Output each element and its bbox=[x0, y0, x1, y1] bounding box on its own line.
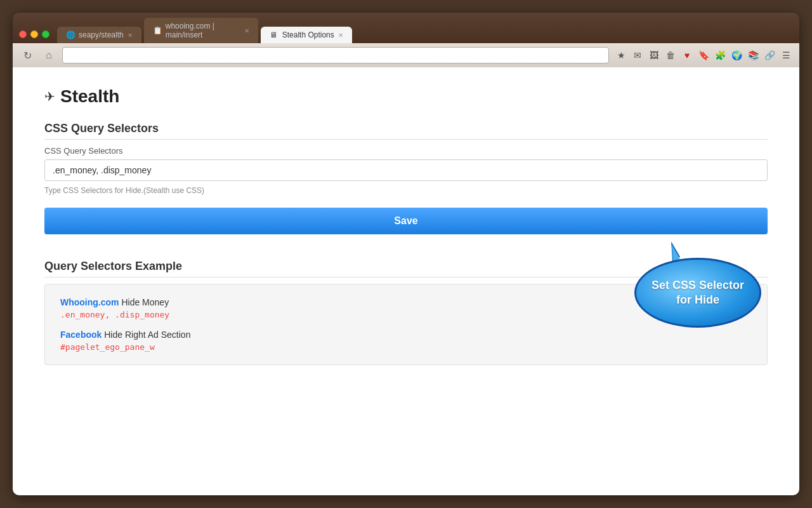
page-content: ✈ Stealth CSS Query Selectors CSS Query … bbox=[13, 67, 799, 495]
toolbar: ↻ ⌂ ★ ✉ 🖼 🗑 ♥ 🔖 🧩 🌍 📚 🔗 ☰ bbox=[13, 43, 799, 67]
reload-button[interactable]: ↻ bbox=[19, 47, 36, 64]
tab-close-1[interactable]: ✕ bbox=[128, 32, 133, 39]
facebook-link[interactable]: Facebook bbox=[60, 330, 102, 340]
tab-icon-1: 🌐 bbox=[66, 30, 75, 39]
page-title: ✈ Stealth bbox=[44, 86, 768, 107]
star-icon[interactable]: ★ bbox=[614, 48, 628, 62]
home-button[interactable]: ⌂ bbox=[41, 47, 57, 64]
tab-label-1: seapy/stealth bbox=[79, 30, 124, 39]
tab-icon-2: 📋 bbox=[153, 26, 162, 35]
page-heading: Stealth bbox=[60, 86, 119, 107]
mail-icon[interactable]: ✉ bbox=[631, 48, 645, 62]
layers-icon[interactable]: 📚 bbox=[746, 48, 760, 62]
heart-icon[interactable]: ♥ bbox=[680, 48, 694, 62]
toolbar-icons: ★ ✉ 🖼 🗑 ♥ 🔖 🧩 🌍 📚 🔗 ☰ bbox=[614, 48, 793, 62]
bubble-text: Set CSS Selector for Hide bbox=[652, 278, 744, 308]
tab-whooing[interactable]: 📋 whooing.com | main/insert ✕ bbox=[144, 18, 258, 43]
minimize-button[interactable] bbox=[30, 30, 38, 38]
css-selectors-section: CSS Query Selectors CSS Query Selectors … bbox=[44, 122, 768, 253]
tab-seapy-stealth[interactable]: 🌐 seapy/stealth ✕ bbox=[57, 27, 141, 43]
address-bar[interactable] bbox=[62, 47, 609, 64]
photo-icon[interactable]: 🖼 bbox=[647, 48, 661, 62]
link-icon[interactable]: 🔗 bbox=[763, 48, 776, 62]
tab-icon-3: 🖥 bbox=[270, 30, 278, 39]
hint-text: Type CSS Selectors for Hide.(Stealth use… bbox=[44, 186, 768, 195]
maximize-button[interactable] bbox=[42, 30, 49, 38]
window-controls bbox=[19, 30, 49, 43]
whooing-description: Hide Money bbox=[121, 297, 169, 307]
bookmark-icon[interactable]: 🔖 bbox=[697, 48, 710, 62]
whooing-link[interactable]: Whooing.com bbox=[60, 297, 119, 307]
translate-icon[interactable]: 🌍 bbox=[730, 48, 743, 62]
tab-close-2[interactable]: ✕ bbox=[244, 27, 249, 34]
facebook-description: Hide Right Ad Section bbox=[104, 330, 190, 340]
tab-close-3[interactable]: ✕ bbox=[338, 32, 343, 39]
save-button[interactable]: Save bbox=[44, 208, 768, 234]
tooltip-bubble: Set CSS Selector for Hide bbox=[634, 251, 761, 334]
tab-label-3: Stealth Options bbox=[282, 30, 334, 39]
css-selector-input[interactable] bbox=[44, 159, 768, 181]
bubble-ellipse: Set CSS Selector for Hide bbox=[634, 258, 761, 328]
stealth-icon: ✈ bbox=[44, 89, 55, 104]
menu-icon[interactable]: ☰ bbox=[779, 48, 793, 62]
tab-label-2: whooing.com | main/insert bbox=[166, 22, 240, 39]
css-input-label: CSS Query Selectors bbox=[44, 146, 768, 156]
section1-title: CSS Query Selectors bbox=[44, 122, 768, 140]
facebook-selector: #pagelet_ego_pane_w bbox=[60, 342, 752, 352]
close-button[interactable] bbox=[19, 30, 27, 38]
trash-icon[interactable]: 🗑 bbox=[664, 48, 678, 62]
browser-window: 🌐 seapy/stealth ✕ 📋 whooing.com | main/i… bbox=[13, 13, 799, 495]
puzzle-icon[interactable]: 🧩 bbox=[713, 48, 727, 62]
tab-stealth-options[interactable]: 🖥 Stealth Options ✕ bbox=[261, 27, 352, 43]
title-bar: 🌐 seapy/stealth ✕ 📋 whooing.com | main/i… bbox=[13, 13, 799, 43]
